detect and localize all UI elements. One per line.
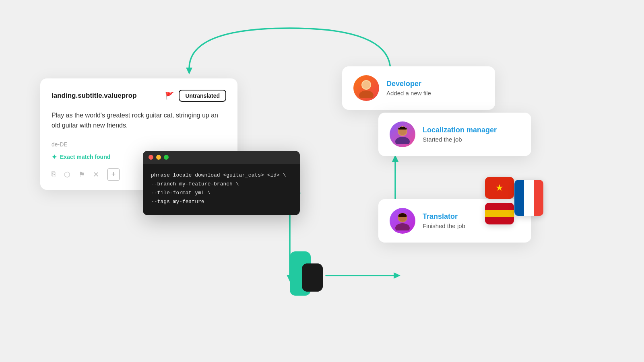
terminal-minimize-dot bbox=[156, 155, 161, 160]
filter-icon[interactable]: ⬡ bbox=[64, 170, 70, 179]
translator-avatar bbox=[390, 208, 415, 234]
spain-mid-stripe bbox=[485, 210, 514, 217]
flag-icon: 🚩 bbox=[165, 91, 174, 100]
svg-point-14 bbox=[395, 223, 410, 230]
svg-point-8 bbox=[359, 90, 374, 98]
localization-avatar bbox=[390, 121, 415, 147]
terminal-line-2: --branch my-feature-branch \ bbox=[151, 181, 239, 187]
locale-label: de-DE bbox=[52, 141, 226, 148]
translation-key: landing.subtitle.valueprop bbox=[52, 92, 160, 100]
france-white bbox=[524, 180, 534, 216]
terminal-line-3: --file-format yml \ bbox=[151, 190, 211, 196]
terminal-line-1: phrase locale download <guitar_cats> <id… bbox=[151, 172, 286, 178]
terminal-line-4: --tags my-feature bbox=[151, 199, 204, 205]
svg-marker-0 bbox=[186, 68, 192, 74]
localization-info: Localization manager Started the job bbox=[423, 126, 520, 143]
china-star-icon: ★ bbox=[495, 183, 504, 192]
terminal-maximize-dot bbox=[164, 155, 169, 160]
copy-icon[interactable]: ⎘ bbox=[52, 170, 56, 179]
terminal-titlebar bbox=[143, 151, 300, 164]
developer-title: Developer bbox=[386, 80, 484, 88]
svg-point-11 bbox=[395, 137, 410, 144]
france-blue bbox=[514, 180, 524, 216]
translation-body-text: Play as the world's greatest rock guitar… bbox=[52, 111, 226, 131]
terminal-card: phrase locale download <guitar_cats> <id… bbox=[143, 151, 300, 215]
add-button[interactable]: + bbox=[107, 168, 120, 181]
untranslated-badge: Untranslated bbox=[179, 90, 226, 102]
terminal-body: phrase locale download <guitar_cats> <id… bbox=[143, 164, 300, 215]
translation-card-header: landing.subtitle.valueprop 🚩 Untranslate… bbox=[52, 90, 226, 102]
localization-action: Started the job bbox=[423, 136, 520, 143]
developer-info: Developer Added a new file bbox=[386, 80, 484, 97]
flag-france bbox=[514, 180, 543, 216]
flag-china: ★ bbox=[485, 177, 514, 199]
spain-top-stripe bbox=[485, 203, 514, 210]
svg-rect-6 bbox=[302, 263, 323, 292]
svg-marker-2 bbox=[394, 272, 400, 279]
flag-action-icon[interactable]: ⚑ bbox=[78, 170, 85, 179]
france-red bbox=[534, 180, 543, 216]
svg-point-9 bbox=[362, 81, 370, 89]
phrase-logo bbox=[290, 251, 326, 296]
sparkle-icon: ✦ bbox=[52, 153, 57, 161]
developer-avatar bbox=[353, 75, 379, 101]
localization-title: Localization manager bbox=[423, 126, 520, 134]
developer-action: Added a new file bbox=[386, 90, 484, 97]
terminal-close-dot bbox=[149, 155, 153, 160]
developer-card: Developer Added a new file bbox=[342, 66, 495, 110]
spain-bot-stripe bbox=[485, 217, 514, 224]
close-icon[interactable]: ✕ bbox=[93, 170, 99, 179]
localization-card: Localization manager Started the job bbox=[378, 113, 531, 156]
flag-spain bbox=[485, 203, 514, 224]
